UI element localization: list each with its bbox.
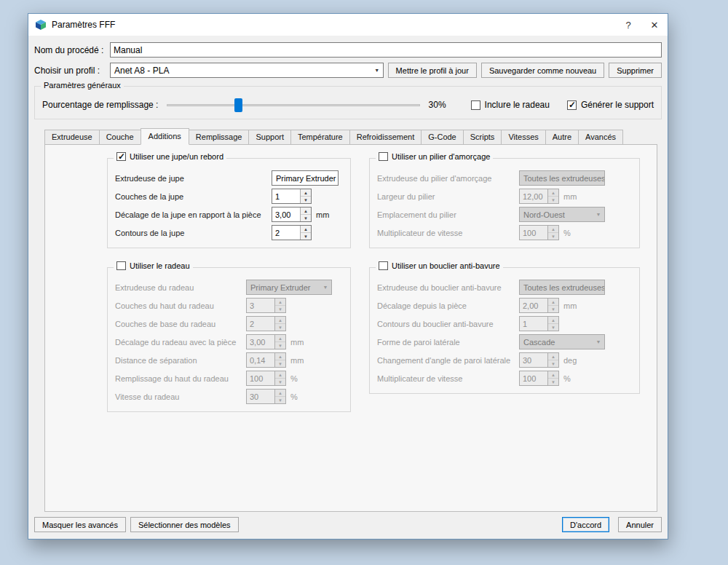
setting-row: Multiplicateur de vitesse 100 ▲ ▼ % bbox=[377, 369, 633, 387]
spinner-value: 100 bbox=[520, 226, 547, 240]
dropdown-value: Primary Extruder bbox=[276, 174, 336, 183]
ooze-shield-group: Utiliser un bouclier anti-bavure Extrude… bbox=[369, 267, 640, 394]
select-models-button[interactable]: Sélectionner des modèles bbox=[130, 517, 239, 532]
tab-gcode[interactable]: G-Code bbox=[421, 130, 464, 145]
ok-button[interactable]: D'accord bbox=[562, 517, 609, 532]
slider-thumb[interactable] bbox=[234, 98, 242, 112]
prime-pillar-group: Utiliser un pilier d'amorçage Extrudeuse… bbox=[369, 158, 640, 248]
include-raft-option[interactable]: Inclure le radeau bbox=[471, 100, 550, 110]
dropdown-value: Primary Extruder bbox=[250, 283, 311, 292]
spin-up-icon: ▲ bbox=[548, 226, 558, 233]
chevron-down-icon: ▼ bbox=[320, 285, 331, 290]
spinner-buttons[interactable]: ▲ ▼ bbox=[300, 189, 311, 203]
raft-enable-checkbox[interactable] bbox=[116, 261, 126, 270]
tab-autre[interactable]: Autre bbox=[545, 130, 579, 145]
unit-label: deg bbox=[563, 356, 577, 365]
cancel-button[interactable]: Annuler bbox=[618, 517, 662, 532]
dropdown-value: Nord-Ouest bbox=[523, 210, 565, 219]
app-cube-icon bbox=[35, 19, 47, 31]
dropdown-value: Toutes les extrudeuses bbox=[523, 283, 605, 292]
spin-down-icon: ▼ bbox=[275, 397, 285, 403]
setting-row: Couches de base du radeau 2 ▲ ▼ bbox=[115, 315, 344, 333]
tab-extrudeuse[interactable]: Extrudeuse bbox=[44, 130, 100, 145]
chevron-down-icon: ▼ bbox=[336, 175, 339, 181]
tab-vitesses[interactable]: Vitesses bbox=[501, 130, 545, 145]
skirt-extruder-dropdown[interactable]: Primary Extruder ▼ bbox=[272, 170, 339, 186]
close-icon[interactable]: ✕ bbox=[641, 14, 668, 36]
spin-up-icon: ▲ bbox=[275, 317, 285, 324]
setting-label: Vitesse du radeau bbox=[115, 392, 246, 401]
tab-avances[interactable]: Avancés bbox=[578, 130, 623, 145]
spin-up-icon: ▲ bbox=[275, 299, 285, 306]
spin-up-icon: ▲ bbox=[275, 371, 285, 379]
raft-offset-spinner: 3,00 ▲ ▼ bbox=[246, 334, 286, 349]
setting-row: Changement d'angle de paroi latérale 30 … bbox=[377, 351, 633, 369]
ooze-sidewall-angle-spinner: 30 ▲ ▼ bbox=[519, 352, 559, 368]
skirt-group: Utiliser une jupe/un rebord Extrudeuse d… bbox=[107, 158, 351, 248]
skirt-layers-spinner[interactable]: 1 ▲ ▼ bbox=[272, 189, 312, 204]
spin-up-icon: ▲ bbox=[548, 353, 558, 360]
spinner-buttons[interactable]: ▲ ▼ bbox=[300, 226, 311, 240]
spinner-value: 3,00 bbox=[272, 208, 300, 221]
spinner-buttons[interactable]: ▲ ▼ bbox=[300, 208, 311, 221]
setting-row: Extrudeuse du radeau Primary Extruder ▼ bbox=[115, 278, 344, 296]
spin-up-icon[interactable]: ▲ bbox=[301, 226, 311, 233]
ooze-speed-spinner: 100 ▲ ▼ bbox=[519, 371, 559, 386]
spin-down-icon[interactable]: ▼ bbox=[301, 197, 311, 203]
update-profile-button[interactable]: Mettre le profil à jour bbox=[388, 63, 477, 78]
spin-down-icon: ▼ bbox=[548, 197, 558, 203]
tab-support[interactable]: Support bbox=[248, 130, 291, 145]
spin-up-icon[interactable]: ▲ bbox=[301, 208, 311, 215]
spin-up-icon: ▲ bbox=[275, 335, 285, 342]
process-name-input[interactable] bbox=[110, 42, 662, 58]
spinner-value: 2,00 bbox=[520, 299, 547, 312]
unit-label: mm bbox=[563, 301, 577, 310]
skirt-enable-checkbox[interactable] bbox=[116, 152, 126, 161]
ooze-shield-enable-checkbox[interactable] bbox=[379, 261, 388, 270]
spin-up-icon[interactable]: ▲ bbox=[301, 189, 311, 197]
tab-additions[interactable]: Additions bbox=[141, 128, 189, 145]
hide-advanced-button[interactable]: Masquer les avancés bbox=[34, 517, 126, 532]
setting-row: Couches du haut du radeau 3 ▲ ▼ bbox=[115, 296, 344, 315]
skirt-offset-spinner[interactable]: 3,00 ▲ ▼ bbox=[272, 207, 312, 222]
slider-track[interactable] bbox=[167, 104, 419, 106]
spinner-buttons: ▲ ▼ bbox=[547, 353, 558, 367]
setting-row: Contours du bouclier anti-bavure 1 ▲ ▼ bbox=[377, 315, 633, 333]
infill-slider[interactable] bbox=[167, 98, 419, 113]
title-bar[interactable]: Paramètres FFF ? ✕ bbox=[28, 14, 668, 36]
delete-profile-button[interactable]: Supprimer bbox=[609, 63, 662, 78]
generate-support-checkbox[interactable] bbox=[567, 100, 577, 110]
prime-pillar-enable-checkbox[interactable] bbox=[379, 152, 388, 161]
tab-couche[interactable]: Couche bbox=[99, 130, 141, 145]
help-button[interactable]: ? bbox=[615, 14, 641, 36]
unit-label: mm bbox=[290, 356, 304, 365]
tab-remplissage[interactable]: Remplissage bbox=[189, 130, 250, 145]
spinner-value: 100 bbox=[520, 371, 547, 385]
setting-label: Multiplicateur de vitesse bbox=[377, 229, 519, 237]
spinner-buttons: ▲ ▼ bbox=[274, 390, 285, 403]
spin-down-icon[interactable]: ▼ bbox=[301, 215, 311, 221]
spin-down-icon: ▼ bbox=[548, 324, 558, 331]
infill-percentage-value: 30% bbox=[429, 100, 454, 110]
include-raft-checkbox[interactable] bbox=[471, 100, 480, 110]
chevron-down-icon: ▼ bbox=[371, 68, 383, 73]
additions-tab-pane: Utiliser une jupe/un rebord Extrudeuse d… bbox=[44, 144, 657, 512]
setting-row: Décalage de la jupe en rapport à la pièc… bbox=[115, 205, 344, 224]
setting-row: Extrudeuse de jupe Primary Extruder ▼ bbox=[115, 169, 344, 187]
pillar-width-spinner: 12,00 ▲ ▼ bbox=[519, 189, 559, 204]
spinner-buttons: ▲ ▼ bbox=[547, 189, 558, 203]
spin-down-icon[interactable]: ▼ bbox=[301, 233, 311, 240]
tab-temperature[interactable]: Température bbox=[290, 130, 350, 145]
spinner-value: 30 bbox=[520, 353, 547, 367]
tab-refroidissement[interactable]: Refroidissement bbox=[349, 130, 422, 145]
tab-scripts[interactable]: Scripts bbox=[463, 130, 502, 145]
setting-label: Largeur du pilier bbox=[377, 192, 519, 201]
skirt-outlines-spinner[interactable]: 2 ▲ ▼ bbox=[272, 225, 312, 240]
generate-support-option[interactable]: Générer le support bbox=[567, 100, 654, 110]
setting-row: Emplacement du pilier Nord-Ouest ▼ bbox=[377, 205, 633, 224]
save-as-new-button[interactable]: Sauvegarder comme nouveau bbox=[481, 63, 604, 78]
setting-row: Forme de paroi latérale Cascade ▼ bbox=[377, 333, 633, 351]
process-name-row: Nom du procédé : bbox=[34, 42, 662, 58]
profile-dropdown[interactable]: Anet A8 - PLA ▼ bbox=[110, 63, 384, 78]
setting-label: Contours du bouclier anti-bavure bbox=[377, 320, 519, 328]
